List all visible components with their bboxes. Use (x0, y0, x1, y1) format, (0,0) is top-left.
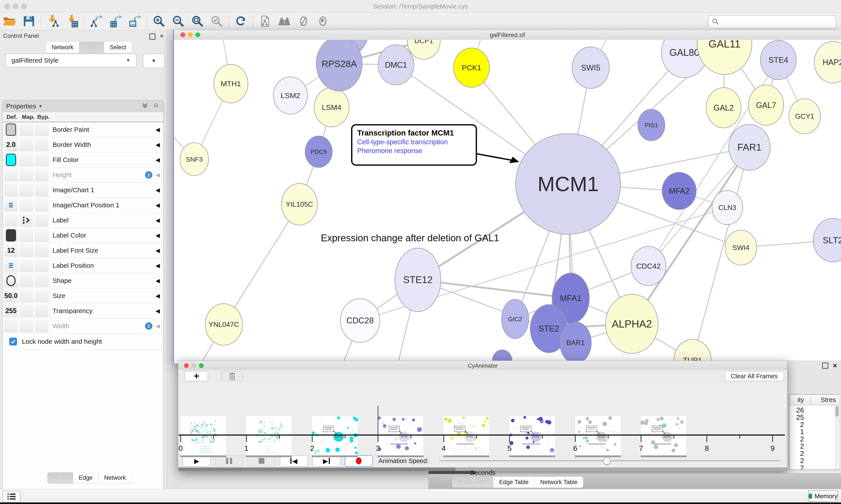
byp-cell[interactable] (35, 320, 49, 332)
zoom-in-icon[interactable] (152, 15, 166, 28)
def-cell[interactable] (4, 229, 18, 242)
lock-size-checkbox[interactable] (9, 338, 17, 345)
open-folder-icon[interactable] (2, 15, 17, 28)
expand-row-icon[interactable]: ◀ (156, 172, 160, 178)
def-cell[interactable]: 2.0 (4, 138, 18, 151)
frame-thumbnail-7[interactable]: MCM1 (641, 416, 686, 457)
map-cell[interactable] (19, 304, 33, 318)
annotation-link[interactable]: Pheromone response (357, 147, 471, 155)
map-cell[interactable] (19, 244, 33, 257)
canvas-caption[interactable]: Expression change after deletion of GAL1 (305, 233, 515, 244)
table-cell[interactable]: 2 (789, 435, 804, 443)
byp-cell[interactable] (35, 244, 49, 257)
edge[interactable] (224, 204, 299, 324)
map-cell[interactable] (19, 214, 33, 227)
def-cell[interactable] (4, 274, 18, 287)
float-panel-icon[interactable] (149, 34, 156, 40)
frame-thumbnail-5[interactable]: MCM1 (509, 416, 555, 457)
table-cell[interactable]: 2 (789, 457, 804, 464)
tab-node[interactable]: Node (47, 472, 73, 483)
expand-row-icon[interactable]: ◀ (156, 157, 160, 163)
def-cell[interactable] (4, 259, 18, 272)
clear-all-frames-button[interactable]: Clear All Frames (724, 371, 784, 381)
byp-cell[interactable] (35, 123, 49, 136)
hide-details-icon[interactable] (296, 15, 311, 28)
tab-network[interactable]: Network (46, 42, 79, 53)
property-row-fill-color[interactable]: Fill Color◀ (3, 152, 163, 167)
frame-thumbnail-0[interactable] (180, 416, 226, 457)
add-frame-button[interactable]: + (185, 371, 208, 381)
property-row-image-chart-1[interactable]: Image/Chart 1◀ (3, 183, 163, 198)
collapse-all-icon[interactable] (152, 102, 160, 111)
annotation-link[interactable]: Cell-type-specific transcription (357, 138, 471, 146)
property-row-size[interactable]: 50.0Size◀ (3, 288, 163, 303)
def-cell[interactable]: 255 (4, 304, 18, 318)
map-cell[interactable] (19, 320, 33, 332)
expand-row-icon[interactable]: ◀ (156, 308, 160, 314)
byp-cell[interactable] (35, 214, 49, 227)
style-select[interactable]: galFiltered Style ▼ (5, 54, 137, 67)
frame-thumbnail-6[interactable]: MCM1 (575, 416, 621, 457)
export-network-icon[interactable] (89, 15, 104, 28)
table-cell[interactable]: 2 (789, 443, 804, 450)
table-cell[interactable]: 1 (789, 428, 804, 435)
zoom-selected-icon[interactable] (210, 15, 224, 28)
expand-row-icon[interactable]: ◀ (156, 323, 160, 329)
frame-thumbnail-1[interactable] (246, 416, 292, 457)
animation-speed-knob[interactable] (603, 457, 611, 465)
expand-row-icon[interactable]: ◀ (156, 262, 160, 269)
tab-node-table[interactable]: Node Table (452, 476, 494, 488)
property-row-height[interactable]: Heighti◀ (3, 167, 163, 183)
delete-frame-button[interactable] (221, 371, 243, 381)
frame-thumbnail-3[interactable]: MCM1 (378, 416, 424, 457)
annotation-box[interactable]: Transcription factor MCM1 Cell-type-spec… (351, 124, 477, 166)
map-cell[interactable] (19, 289, 33, 302)
close-panel-icon[interactable]: × (833, 361, 837, 370)
table-cell[interactable]: 2 (789, 450, 804, 457)
expand-row-icon[interactable]: ◀ (156, 126, 160, 133)
expand-row-icon[interactable]: ◀ (156, 232, 160, 239)
byp-cell[interactable] (35, 199, 49, 212)
byp-cell[interactable] (35, 138, 49, 151)
property-row-image-chart-position-1[interactable]: Image/Chart Position 1◀ (3, 198, 163, 213)
property-row-border-paint[interactable]: Border Paint◀ (3, 122, 163, 137)
byp-cell[interactable] (35, 183, 49, 197)
frame-thumbnail-4[interactable]: MCM1 (443, 416, 489, 457)
tab-select[interactable]: Select (104, 42, 132, 53)
network-canvas[interactable]: MTH1LSM2LSM4RPS28ADMC1DCP1PCK1SWI5GAL80G… (174, 40, 841, 363)
search-field[interactable] (708, 15, 836, 29)
expand-row-icon[interactable]: ◀ (156, 292, 160, 299)
table-cell[interactable]: 26 (789, 407, 804, 414)
float-panel-icon[interactable] (822, 363, 828, 369)
tab-edge[interactable]: Edge (73, 472, 99, 483)
expand-row-icon[interactable]: ◀ (156, 141, 160, 148)
expand-row-icon[interactable]: ◀ (156, 217, 160, 224)
style-options-button[interactable]: ▼ (143, 54, 165, 68)
def-cell[interactable] (4, 123, 18, 136)
map-cell[interactable] (19, 123, 33, 136)
byp-cell[interactable] (35, 289, 49, 302)
property-row-border-width[interactable]: 2.0Border Width◀ (3, 137, 163, 152)
property-row-label[interactable]: Label◀ (3, 213, 163, 228)
tab-style[interactable]: Style (79, 42, 104, 53)
table-cell[interactable]: 2 (789, 464, 804, 470)
map-cell[interactable] (19, 274, 33, 287)
byp-cell[interactable] (35, 259, 49, 272)
memory-button[interactable]: Memory (808, 490, 838, 502)
frames-timeline[interactable]: MCM1MCM1MCM1MCM1MCM1MCM1 0123456789 Seco… (178, 382, 787, 455)
tab-network-table[interactable]: Network Table (535, 476, 584, 488)
map-cell[interactable] (19, 153, 33, 166)
column-header[interactable]: Stres (821, 396, 836, 403)
tab-edge-table[interactable]: Edge Table (494, 476, 535, 488)
expand-row-icon[interactable]: ◀ (156, 277, 160, 284)
show-details-icon[interactable] (316, 15, 330, 28)
def-cell[interactable] (4, 199, 18, 212)
byp-cell[interactable] (35, 229, 49, 242)
map-cell[interactable] (19, 199, 33, 212)
refresh-layout-icon[interactable] (234, 15, 248, 28)
zoom-fit-icon[interactable] (190, 15, 205, 28)
properties-header[interactable]: Properties ▼ (3, 101, 163, 112)
zoom-out-icon[interactable] (171, 15, 185, 28)
def-cell[interactable] (4, 153, 18, 166)
expand-row-icon[interactable]: ◀ (156, 187, 160, 194)
